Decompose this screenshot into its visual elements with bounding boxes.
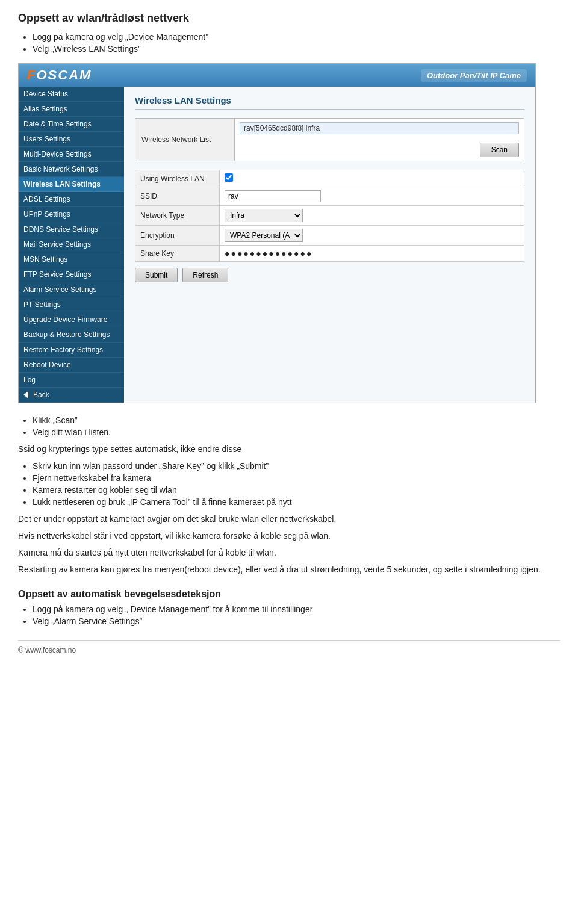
wireless-network-list-box: Wireless Network List rav[50465dcd98f8] … — [135, 118, 524, 161]
sidebar-item-alias-settings[interactable]: Alias Settings — [19, 102, 124, 117]
sidebar-item-reboot-device[interactable]: Reboot Device — [19, 358, 124, 373]
form-value-ssid — [220, 187, 524, 206]
sidebar-item-users-settings[interactable]: Users Settings — [19, 132, 124, 147]
content-title: Wireless LAN Settings — [135, 95, 524, 110]
form-row-share-key: Share Key ●●●●●●●●●●●●●● — [135, 246, 524, 262]
sidebar-item-upgrade-device-firmware[interactable]: Upgrade Device Firmware — [19, 312, 124, 327]
wireless-network-list-label: Wireless Network List — [135, 119, 235, 161]
wireless-network-list-cell: rav[50465dcd98f8] infra Scan — [235, 119, 524, 161]
instructions-bullets: Skriv kun inn wlan passord under „Share … — [33, 461, 560, 507]
sidebar: Device Status Alias Settings Date & Time… — [19, 87, 124, 403]
sidebar-item-restore-factory-settings[interactable]: Restore Factory Settings — [19, 343, 124, 358]
instruction-bullet-3: Skriv kun inn wlan passord under „Share … — [33, 461, 560, 471]
after-bullet-1: Klikk „Scan” — [33, 415, 560, 425]
refresh-button[interactable]: Refresh — [182, 268, 228, 282]
sidebar-item-pt-settings[interactable]: PT Settings — [19, 297, 124, 312]
intro-bullet-2: Velg „Wireless LAN Settings” — [33, 44, 560, 54]
form-row-encryption: Encryption WPA2 Personal (AES) WPA Perso… — [135, 226, 524, 246]
foscam-logo: FOSCAM — [27, 67, 92, 83]
intro-bullet-1: Logg på kamera og velg „Device Managemen… — [33, 32, 560, 42]
ssid-note: Ssid og krypterings type settes automati… — [18, 444, 560, 454]
form-row-ssid: SSID — [135, 187, 524, 206]
form-label-network-type: Network Type — [135, 206, 220, 226]
form-label-encryption: Encryption — [135, 226, 220, 246]
instruction-bullet-4: Fjern nettverkskabel fra kamera — [33, 473, 560, 483]
back-label: Back — [33, 391, 49, 399]
section2-title: Oppsett av automatisk bevegelsesdeteksjo… — [18, 589, 560, 600]
form-label-share-key: Share Key — [135, 246, 220, 262]
camera-brand-label: Outdoor Pan/Tilt IP Came — [421, 69, 527, 82]
form-row-network-type: Network Type Infra Adhoc — [135, 206, 524, 226]
form-value-network-type: Infra Adhoc — [220, 206, 524, 226]
main-panel: Wireless LAN Settings Wireless Network L… — [124, 87, 535, 403]
sidebar-item-datetime-settings[interactable]: Date & Time Settings — [19, 117, 124, 132]
share-key-dots: ●●●●●●●●●●●●●● — [225, 249, 312, 258]
wlan-settings-form: Using Wireless LAN SSID Network Type — [135, 170, 524, 262]
sidebar-item-multi-device-settings[interactable]: Multi-Device Settings — [19, 147, 124, 162]
sidebar-item-ftp-service-settings[interactable]: FTP Service Settings — [19, 267, 124, 282]
page-footer: © www.foscam.no — [18, 640, 560, 654]
scan-button[interactable]: Scan — [480, 143, 519, 157]
scan-btn-container: Scan — [240, 140, 519, 157]
sidebar-item-wireless-lan-settings[interactable]: Wireless LAN Settings — [19, 177, 124, 192]
form-row-using-wireless-lan: Using Wireless LAN — [135, 170, 524, 187]
paragraph-3: Kamera må da startes på nytt uten nettve… — [18, 548, 560, 557]
sidebar-item-ddns-service-settings[interactable]: DDNS Service Settings — [19, 222, 124, 237]
camera-ui-screenshot: FOSCAM Outdoor Pan/Tilt IP Came Device S… — [18, 63, 536, 403]
form-label-ssid: SSID — [135, 187, 220, 206]
sidebar-item-log[interactable]: Log — [19, 373, 124, 388]
camera-body: Device Status Alias Settings Date & Time… — [19, 87, 535, 403]
section2-bullets: Logg på kamera og velg „ Device Manageme… — [33, 604, 560, 626]
sidebar-item-backup-restore-settings[interactable]: Backup & Restore Settings — [19, 327, 124, 343]
network-entry[interactable]: rav[50465dcd98f8] infra — [240, 122, 519, 134]
form-value-using-wireless-lan — [220, 170, 524, 187]
form-value-encryption: WPA2 Personal (AES) WPA Personal (TKIP) … — [220, 226, 524, 246]
encryption-select[interactable]: WPA2 Personal (AES) WPA Personal (TKIP) … — [225, 229, 303, 242]
page-title: Oppsett av wlan/trådløst nettverk — [18, 12, 560, 25]
sidebar-item-msn-settings[interactable]: MSN Settings — [19, 252, 124, 267]
paragraph-2: Hvis nettverkskabel står i ved oppstart,… — [18, 531, 560, 541]
form-value-share-key: ●●●●●●●●●●●●●● — [220, 246, 524, 262]
paragraph-4: Restarting av kamera kan gjøres fra meny… — [18, 565, 560, 574]
intro-bullets: Logg på kamera og velg „Device Managemen… — [33, 32, 560, 54]
after-bullet-2: Velg ditt wlan i listen. — [33, 427, 560, 437]
sidebar-item-alarm-service-settings[interactable]: Alarm Service Settings — [19, 282, 124, 297]
footer-text: © www.foscam.no — [18, 646, 76, 654]
sidebar-item-upnp-settings[interactable]: UPnP Settings — [19, 207, 124, 222]
after-screenshot-bullets: Klikk „Scan” Velg ditt wlan i listen. — [33, 415, 560, 437]
camera-header: FOSCAM Outdoor Pan/Tilt IP Came — [19, 64, 535, 87]
instruction-bullet-6: Lukk nettleseren og bruk „IP Camera Tool… — [33, 497, 560, 507]
section2-bullet-1: Logg på kamera og velg „ Device Manageme… — [33, 604, 560, 614]
sidebar-item-mail-service-settings[interactable]: Mail Service Settings — [19, 237, 124, 252]
form-label-using-wireless-lan: Using Wireless LAN — [135, 170, 220, 187]
submit-button[interactable]: Submit — [135, 268, 178, 282]
ssid-input[interactable] — [225, 190, 321, 202]
form-buttons: Submit Refresh — [135, 268, 524, 282]
sidebar-item-basic-network-settings[interactable]: Basic Network Settings — [19, 162, 124, 177]
back-arrow-icon — [23, 391, 28, 398]
back-button[interactable]: Back — [19, 388, 124, 403]
section2-bullet-2: Velg „Alarm Service Settings” — [33, 616, 560, 626]
paragraph-1: Det er under oppstart at kameraet avgjør… — [18, 514, 560, 524]
instruction-bullet-5: Kamera restarter og kobler seg til wlan — [33, 485, 560, 495]
using-wireless-lan-checkbox[interactable] — [225, 173, 233, 182]
sidebar-item-device-status[interactable]: Device Status — [19, 87, 124, 102]
network-type-select[interactable]: Infra Adhoc — [225, 209, 303, 222]
sidebar-item-adsl-settings[interactable]: ADSL Settings — [19, 192, 124, 207]
